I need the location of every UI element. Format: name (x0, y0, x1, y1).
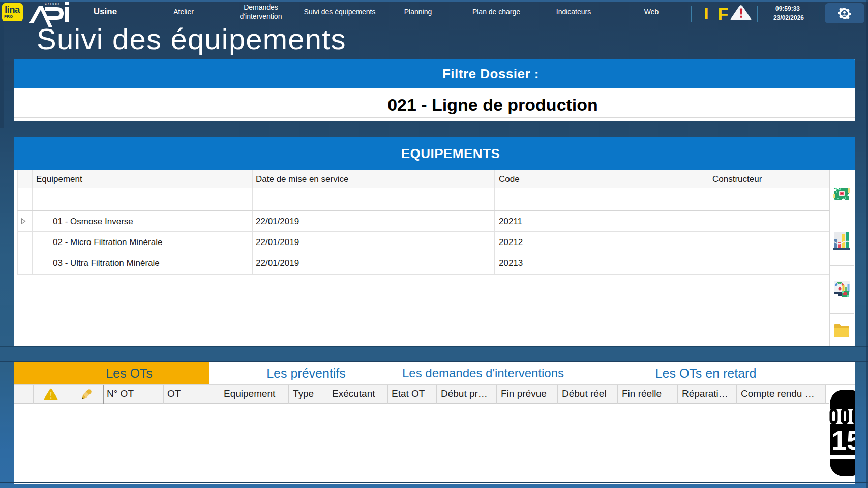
svg-text:15: 15 (831, 425, 855, 455)
svg-text:Groupe: Groupe (45, 2, 60, 5)
